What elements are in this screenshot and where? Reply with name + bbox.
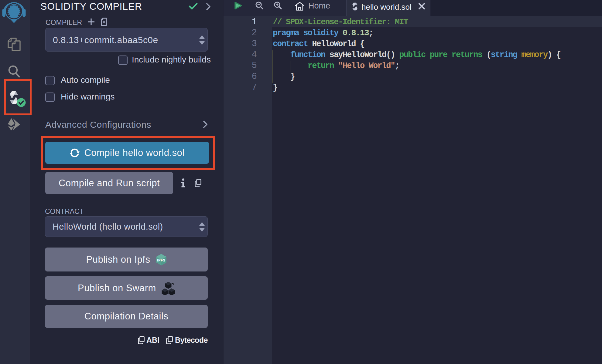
svg-text:IPFS: IPFS bbox=[157, 258, 166, 262]
